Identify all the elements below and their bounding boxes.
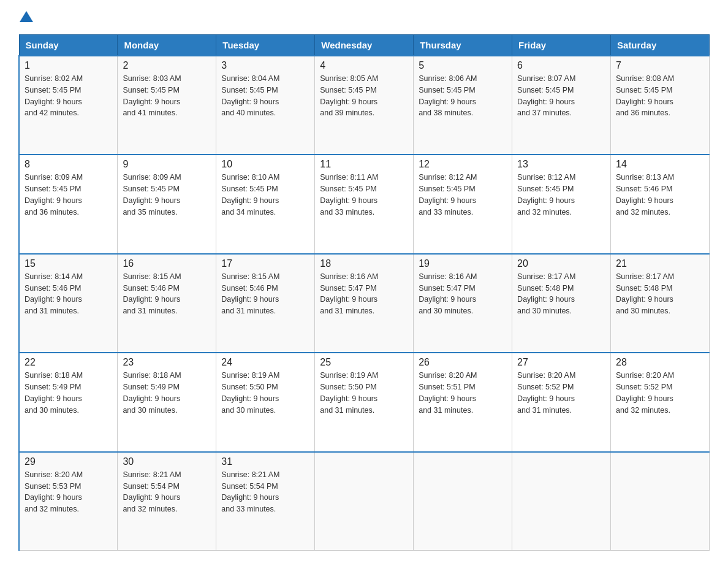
- day-number: 7: [616, 60, 704, 71]
- weekday-header-saturday: Saturday: [611, 35, 710, 56]
- calendar-table: SundayMondayTuesdayWednesdayThursdayFrid…: [18, 34, 710, 551]
- day-cell-6: 6 Sunrise: 8:07 AM Sunset: 5:45 PM Dayli…: [512, 56, 611, 155]
- day-cell-18: 18 Sunrise: 8:16 AM Sunset: 5:47 PM Dayl…: [315, 254, 414, 353]
- day-number: 17: [221, 258, 309, 269]
- day-info: Sunrise: 8:20 AM Sunset: 5:53 PM Dayligh…: [25, 469, 112, 515]
- day-number: 31: [221, 456, 309, 467]
- day-number: 18: [320, 258, 408, 269]
- day-info: Sunrise: 8:14 AM Sunset: 5:46 PM Dayligh…: [25, 271, 112, 317]
- day-cell-15: 15 Sunrise: 8:14 AM Sunset: 5:46 PM Dayl…: [19, 254, 118, 353]
- day-number: 14: [616, 159, 704, 170]
- day-cell-21: 21 Sunrise: 8:17 AM Sunset: 5:48 PM Dayl…: [611, 254, 710, 353]
- day-number: 8: [25, 159, 112, 170]
- day-number: 5: [419, 60, 507, 71]
- day-cell-5: 5 Sunrise: 8:06 AM Sunset: 5:45 PM Dayli…: [414, 56, 512, 155]
- weekday-header-sunday: Sunday: [19, 35, 118, 56]
- day-cell-31: 31 Sunrise: 8:21 AM Sunset: 5:54 PM Dayl…: [216, 452, 315, 551]
- day-cell-25: 25 Sunrise: 8:19 AM Sunset: 5:50 PM Dayl…: [315, 353, 414, 451]
- day-number: 26: [419, 357, 507, 368]
- day-number: 19: [419, 258, 507, 269]
- header: [18, 12, 710, 23]
- page: SundayMondayTuesdayWednesdayThursdayFrid…: [0, 0, 728, 563]
- day-info: Sunrise: 8:13 AM Sunset: 5:46 PM Dayligh…: [616, 172, 704, 218]
- day-cell-12: 12 Sunrise: 8:12 AM Sunset: 5:45 PM Dayl…: [414, 155, 512, 253]
- weekday-header-wednesday: Wednesday: [315, 35, 414, 56]
- day-cell-28: 28 Sunrise: 8:20 AM Sunset: 5:52 PM Dayl…: [611, 353, 710, 451]
- day-info: Sunrise: 8:07 AM Sunset: 5:45 PM Dayligh…: [517, 73, 605, 119]
- day-cell-30: 30 Sunrise: 8:21 AM Sunset: 5:54 PM Dayl…: [118, 452, 216, 551]
- day-cell-4: 4 Sunrise: 8:05 AM Sunset: 5:45 PM Dayli…: [315, 56, 414, 155]
- day-cell-10: 10 Sunrise: 8:10 AM Sunset: 5:45 PM Dayl…: [216, 155, 315, 253]
- day-info: Sunrise: 8:09 AM Sunset: 5:45 PM Dayligh…: [25, 172, 112, 218]
- day-info: Sunrise: 8:17 AM Sunset: 5:48 PM Dayligh…: [616, 271, 704, 317]
- day-number: 25: [320, 357, 408, 368]
- svg-marker-0: [20, 11, 33, 22]
- day-number: 21: [616, 258, 704, 269]
- day-cell-7: 7 Sunrise: 8:08 AM Sunset: 5:45 PM Dayli…: [611, 56, 710, 155]
- day-cell-3: 3 Sunrise: 8:04 AM Sunset: 5:45 PM Dayli…: [216, 56, 315, 155]
- day-cell-19: 19 Sunrise: 8:16 AM Sunset: 5:47 PM Dayl…: [414, 254, 512, 353]
- day-info: Sunrise: 8:17 AM Sunset: 5:48 PM Dayligh…: [517, 271, 605, 317]
- day-cell-11: 11 Sunrise: 8:11 AM Sunset: 5:45 PM Dayl…: [315, 155, 414, 253]
- day-info: Sunrise: 8:19 AM Sunset: 5:50 PM Dayligh…: [221, 370, 309, 416]
- day-cell-29: 29 Sunrise: 8:20 AM Sunset: 5:53 PM Dayl…: [19, 452, 118, 551]
- day-number: 22: [25, 357, 112, 368]
- day-info: Sunrise: 8:20 AM Sunset: 5:52 PM Dayligh…: [616, 370, 704, 416]
- day-cell-2: 2 Sunrise: 8:03 AM Sunset: 5:45 PM Dayli…: [118, 56, 216, 155]
- day-info: Sunrise: 8:21 AM Sunset: 5:54 PM Dayligh…: [221, 469, 309, 515]
- day-cell-1: 1 Sunrise: 8:02 AM Sunset: 5:45 PM Dayli…: [19, 56, 118, 155]
- day-info: Sunrise: 8:02 AM Sunset: 5:45 PM Dayligh…: [25, 73, 112, 119]
- day-cell-16: 16 Sunrise: 8:15 AM Sunset: 5:46 PM Dayl…: [118, 254, 216, 353]
- weekday-header-row: SundayMondayTuesdayWednesdayThursdayFrid…: [19, 35, 710, 56]
- day-info: Sunrise: 8:16 AM Sunset: 5:47 PM Dayligh…: [320, 271, 408, 317]
- day-cell-14: 14 Sunrise: 8:13 AM Sunset: 5:46 PM Dayl…: [611, 155, 710, 253]
- day-number: 12: [419, 159, 507, 170]
- day-info: Sunrise: 8:04 AM Sunset: 5:45 PM Dayligh…: [221, 73, 309, 119]
- day-number: 6: [517, 60, 605, 71]
- day-info: Sunrise: 8:06 AM Sunset: 5:45 PM Dayligh…: [419, 73, 507, 119]
- day-number: 27: [517, 357, 605, 368]
- day-number: 15: [25, 258, 112, 269]
- day-cell-20: 20 Sunrise: 8:17 AM Sunset: 5:48 PM Dayl…: [512, 254, 611, 353]
- day-number: 2: [123, 60, 211, 71]
- day-number: 29: [25, 456, 112, 467]
- day-number: 30: [123, 456, 211, 467]
- day-info: Sunrise: 8:12 AM Sunset: 5:45 PM Dayligh…: [419, 172, 507, 218]
- day-cell-23: 23 Sunrise: 8:18 AM Sunset: 5:49 PM Dayl…: [118, 353, 216, 451]
- day-info: Sunrise: 8:15 AM Sunset: 5:46 PM Dayligh…: [123, 271, 211, 317]
- day-info: Sunrise: 8:10 AM Sunset: 5:45 PM Dayligh…: [221, 172, 309, 218]
- day-number: 3: [221, 60, 309, 71]
- day-info: Sunrise: 8:12 AM Sunset: 5:45 PM Dayligh…: [517, 172, 605, 218]
- day-number: 13: [517, 159, 605, 170]
- day-info: Sunrise: 8:08 AM Sunset: 5:45 PM Dayligh…: [616, 73, 704, 119]
- day-number: 20: [517, 258, 605, 269]
- weekday-header-tuesday: Tuesday: [216, 35, 315, 56]
- day-cell-27: 27 Sunrise: 8:20 AM Sunset: 5:52 PM Dayl…: [512, 353, 611, 451]
- week-row-1: 1 Sunrise: 8:02 AM Sunset: 5:45 PM Dayli…: [19, 56, 710, 155]
- day-cell-8: 8 Sunrise: 8:09 AM Sunset: 5:45 PM Dayli…: [19, 155, 118, 253]
- day-number: 11: [320, 159, 408, 170]
- weekday-header-friday: Friday: [512, 35, 611, 56]
- week-row-3: 15 Sunrise: 8:14 AM Sunset: 5:46 PM Dayl…: [19, 254, 710, 353]
- day-number: 23: [123, 357, 211, 368]
- day-info: Sunrise: 8:18 AM Sunset: 5:49 PM Dayligh…: [123, 370, 211, 416]
- day-info: Sunrise: 8:15 AM Sunset: 5:46 PM Dayligh…: [221, 271, 309, 317]
- day-info: Sunrise: 8:03 AM Sunset: 5:45 PM Dayligh…: [123, 73, 211, 119]
- week-row-5: 29 Sunrise: 8:20 AM Sunset: 5:53 PM Dayl…: [19, 452, 710, 551]
- logo-triangle-icon: [20, 10, 33, 23]
- day-number: 24: [221, 357, 309, 368]
- day-info: Sunrise: 8:20 AM Sunset: 5:52 PM Dayligh…: [517, 370, 605, 416]
- logo: [18, 12, 33, 23]
- day-number: 1: [25, 60, 112, 71]
- empty-cell: [315, 452, 414, 551]
- day-info: Sunrise: 8:05 AM Sunset: 5:45 PM Dayligh…: [320, 73, 408, 119]
- day-number: 9: [123, 159, 211, 170]
- day-cell-17: 17 Sunrise: 8:15 AM Sunset: 5:46 PM Dayl…: [216, 254, 315, 353]
- empty-cell: [611, 452, 710, 551]
- day-info: Sunrise: 8:21 AM Sunset: 5:54 PM Dayligh…: [123, 469, 211, 515]
- day-info: Sunrise: 8:18 AM Sunset: 5:49 PM Dayligh…: [25, 370, 112, 416]
- day-info: Sunrise: 8:09 AM Sunset: 5:45 PM Dayligh…: [123, 172, 211, 218]
- week-row-4: 22 Sunrise: 8:18 AM Sunset: 5:49 PM Dayl…: [19, 353, 710, 451]
- day-info: Sunrise: 8:16 AM Sunset: 5:47 PM Dayligh…: [419, 271, 507, 317]
- day-cell-22: 22 Sunrise: 8:18 AM Sunset: 5:49 PM Dayl…: [19, 353, 118, 451]
